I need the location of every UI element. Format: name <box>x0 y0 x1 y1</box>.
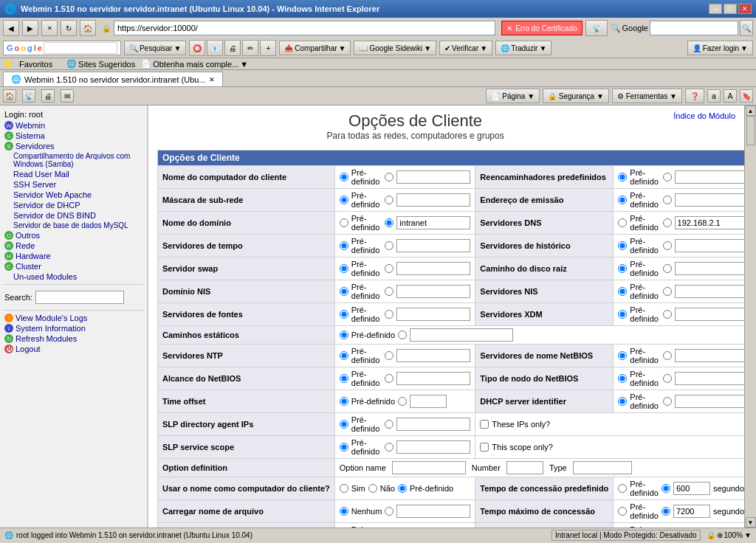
radio-custom-dominio[interactable] <box>385 218 394 227</box>
radio-predefinido-fontes[interactable] <box>340 310 348 319</box>
sec-email-button[interactable]: ✉ <box>61 89 74 103</box>
compartilhar-button[interactable]: 📤 Compartilhar ▼ <box>279 41 351 55</box>
input-option-type[interactable] <box>573 461 632 474</box>
radio-custom-swap[interactable] <box>385 264 394 273</box>
radio-custom-reencam[interactable] <box>663 173 672 181</box>
radio-custom-slp-dir[interactable] <box>385 420 394 429</box>
radio-predefinido-dhcp-id[interactable] <box>618 397 627 406</box>
radio-custom-netbios[interactable] <box>663 351 672 360</box>
radio-nenhum[interactable] <box>340 507 348 516</box>
input-tipo[interactable] <box>675 372 744 385</box>
sidebar-item-compartilhamento[interactable]: Compartilhamento de Arquivos com Windows… <box>3 151 144 169</box>
input-option-name[interactable] <box>392 461 466 474</box>
input-dominio[interactable] <box>396 216 470 229</box>
sidewiki-button[interactable]: 📖 Google Sidewiki ▼ <box>354 41 436 55</box>
sidebar-item-cluster[interactable]: C Cluster <box>3 261 144 272</box>
radio-predefinido-nis[interactable] <box>340 287 348 296</box>
scroll-down[interactable]: ▼ <box>746 517 756 528</box>
icon5[interactable]: + <box>260 40 276 56</box>
icon4[interactable]: ✏ <box>242 40 258 56</box>
radio-predefinido-dominio[interactable] <box>340 218 348 227</box>
tab-close-button[interactable]: ✕ <box>209 76 215 83</box>
radio-predefinido-slp-scope[interactable] <box>340 443 348 452</box>
radio-predefinido-dns[interactable] <box>618 218 627 227</box>
input-swap[interactable] <box>396 262 470 275</box>
cert-error-badge[interactable]: ✕ Erro do Certificado <box>501 21 582 35</box>
sec-home-button[interactable]: 🏠 <box>3 89 16 103</box>
rss-button[interactable]: 📡 <box>585 20 608 36</box>
sidebar-item-dns[interactable]: Servidor de DNS BIND <box>3 210 144 221</box>
radio-predefinido-slp-dir[interactable] <box>340 420 348 429</box>
radio-predefinido-xdm[interactable] <box>618 310 627 319</box>
restore-button[interactable]: □ <box>724 4 737 14</box>
radio-custom-caminhos[interactable] <box>398 331 407 339</box>
radio-predefinido-serv-nis[interactable] <box>618 287 627 296</box>
radio-predefinido-nome[interactable] <box>340 173 348 181</box>
icon-b[interactable]: A <box>724 89 737 103</box>
radio-predefinido-tc[interactable] <box>618 484 627 493</box>
input-tempo-max[interactable] <box>673 505 710 518</box>
radio-custom-serv-nis[interactable] <box>663 287 672 296</box>
scroll-thumb[interactable] <box>746 116 755 145</box>
stop-button[interactable]: ✕ <box>41 20 58 36</box>
radio-predefinido-usar[interactable] <box>398 484 407 493</box>
scrollbar[interactable]: ▲ ▼ <box>744 106 756 528</box>
radio-predefinido-offset[interactable] <box>340 397 348 406</box>
sidebar-item-unused[interactable]: Un-used Modules <box>3 272 144 282</box>
google-search-input[interactable] <box>44 42 117 54</box>
input-mascara[interactable] <box>396 193 470 207</box>
sidebar-item-webmin[interactable]: W Webmin <box>3 120 144 131</box>
sites-sugeridos[interactable]: 🌐 Sites Sugeridos <box>66 59 135 69</box>
icon1[interactable]: ⭕ <box>189 40 205 56</box>
input-offset[interactable] <box>410 395 447 408</box>
checkbox-this-scope[interactable] <box>480 443 489 452</box>
input-tempo[interactable] <box>396 239 470 252</box>
input-netbios[interactable] <box>675 349 744 362</box>
input-dhcp-id[interactable] <box>675 395 744 408</box>
radio-custom-tempo[interactable] <box>385 241 394 250</box>
sidebar-item-rede[interactable]: R Rede <box>3 241 144 251</box>
verificar-button[interactable]: ✔ Verificar ▼ <box>439 41 492 55</box>
input-hist[interactable] <box>675 239 744 252</box>
radio-custom-dns[interactable] <box>663 218 672 227</box>
forward-button[interactable]: ▶ <box>22 20 38 36</box>
radio-predefinido-disco[interactable] <box>618 264 627 273</box>
radio-predefinido-reencam[interactable] <box>618 173 627 181</box>
radio-nao[interactable] <box>368 484 377 493</box>
sidebar-item-logout[interactable]: ⏻ Logout <box>3 344 144 354</box>
traduzir-button[interactable]: 🌐 Traduzir ▼ <box>495 41 551 55</box>
sidebar-item-system-info[interactable]: i System Information <box>3 323 144 333</box>
radio-custom-nis[interactable] <box>385 287 394 296</box>
input-slp-dir[interactable] <box>396 418 470 431</box>
radio-custom-tipo[interactable] <box>663 374 672 383</box>
nav-search-input[interactable] <box>650 21 738 35</box>
tab-webmin[interactable]: 🌐 Webmin 1.510 no servidor servidor.intr… <box>3 72 223 86</box>
sidebar-item-bd[interactable]: Servidor de base de dados MySQL <box>3 221 144 230</box>
help-button[interactable]: ❓ <box>685 89 704 103</box>
back-button[interactable]: ◀ <box>3 20 19 36</box>
input-ntp[interactable] <box>396 349 470 362</box>
pesquisar-button[interactable]: 🔍 Pesquisar ▼ <box>124 41 186 55</box>
sec-rss-button[interactable]: 📡 <box>22 89 35 103</box>
input-serv-nis[interactable] <box>675 285 744 298</box>
radio-custom-disco[interactable] <box>663 264 672 273</box>
input-emissao[interactable] <box>675 193 744 207</box>
search-button[interactable]: 🔍 <box>740 20 753 36</box>
radio-predefinido-alcance[interactable] <box>340 374 348 383</box>
minimize-button[interactable]: ─ <box>709 4 722 14</box>
radio-predefinido-tipo[interactable] <box>618 374 627 383</box>
input-option-number[interactable] <box>506 461 543 474</box>
radio-predefinido-ntp[interactable] <box>340 351 348 360</box>
radio-custom-offset[interactable] <box>398 397 407 406</box>
scroll-up[interactable]: ▲ <box>746 106 756 116</box>
radio-custom-alcance[interactable] <box>385 374 394 383</box>
radio-predefinido-hist[interactable] <box>618 241 627 250</box>
radio-predefinido-emissao[interactable] <box>618 196 627 204</box>
sidebar-item-hardware[interactable]: H Hardware <box>3 251 144 261</box>
sidebar-item-ssh-server[interactable]: SSH Server <box>3 179 144 190</box>
pagina-button[interactable]: 📄 Página ▼ <box>486 89 540 103</box>
radio-predefinido-tempo[interactable] <box>340 241 348 250</box>
radio-custom-slp-scope[interactable] <box>385 443 394 452</box>
icon-a[interactable]: a <box>707 89 721 103</box>
favorites-label[interactable]: Favoritos <box>19 60 52 69</box>
